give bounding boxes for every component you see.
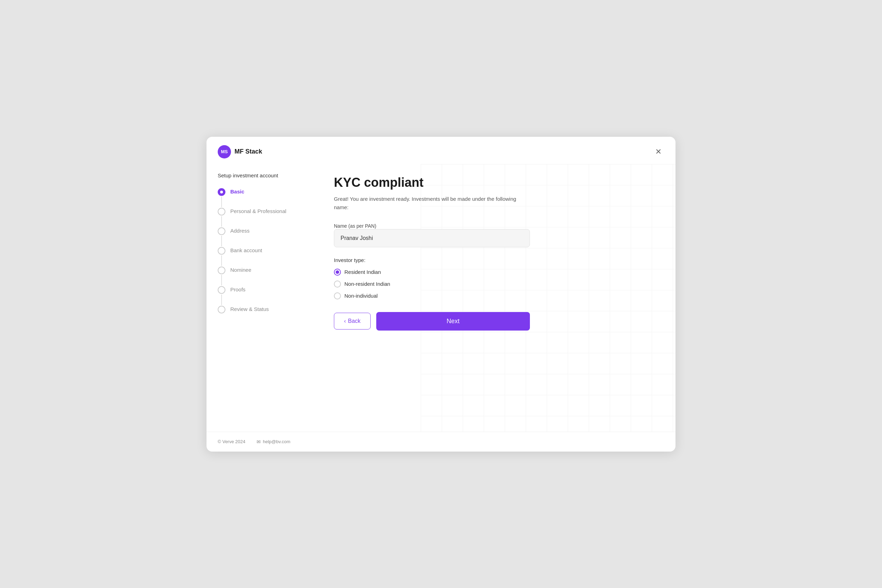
- name-input[interactable]: [334, 229, 530, 247]
- sidebar: Setup investment account Basic: [206, 164, 311, 432]
- investor-type-radio-group: Resident Indian Non-resident Indian Non-…: [334, 268, 530, 299]
- step-label-review: Review & Status: [230, 306, 269, 312]
- close-button[interactable]: ✕: [652, 147, 664, 157]
- radio-label-nri: Non-resident Indian: [344, 281, 390, 287]
- app-title: MF Stack: [234, 148, 262, 155]
- name-field-label: Name (as per PAN): [334, 223, 376, 229]
- step-item-basic[interactable]: Basic: [218, 188, 300, 208]
- step-line-proofs: [221, 294, 222, 305]
- step-item-personal[interactable]: Personal & Professional: [218, 208, 300, 227]
- radio-label-non-individual: Non-individual: [344, 293, 378, 299]
- radio-dot-non-individual: [334, 292, 341, 299]
- step-label-personal: Personal & Professional: [230, 208, 286, 214]
- step-connector-bank: [218, 247, 225, 267]
- step-connector-address: [218, 227, 225, 247]
- radio-label-resident: Resident Indian: [344, 269, 381, 275]
- logo-area: MS MF Stack: [218, 145, 262, 159]
- step-connector-nominee: [218, 267, 225, 286]
- step-dot-address: [218, 227, 225, 235]
- back-chevron-icon: ‹: [344, 318, 346, 324]
- step-item-proofs[interactable]: Proofs: [218, 286, 300, 306]
- page-subtitle: Great! You are investment ready. Investm…: [334, 195, 530, 212]
- next-button[interactable]: Next: [376, 312, 530, 330]
- step-connector-review: [218, 306, 225, 314]
- step-dot-proofs: [218, 286, 225, 294]
- step-dot-bank: [218, 247, 225, 255]
- radio-dot-nri: [334, 280, 341, 288]
- step-label-proofs: Proofs: [230, 286, 245, 292]
- step-connector-basic: [218, 188, 225, 208]
- radio-dot-resident: [334, 268, 341, 276]
- step-label-nominee: Nominee: [230, 267, 251, 273]
- step-label-address: Address: [230, 227, 249, 234]
- step-line-bank: [221, 255, 222, 266]
- step-item-review[interactable]: Review & Status: [218, 306, 300, 314]
- step-item-bank[interactable]: Bank account: [218, 247, 300, 267]
- sidebar-title: Setup investment account: [218, 172, 300, 178]
- step-dot-personal: [218, 208, 225, 216]
- step-connector-proofs: [218, 286, 225, 306]
- radio-non-individual[interactable]: Non-individual: [334, 292, 530, 299]
- step-item-nominee[interactable]: Nominee: [218, 267, 300, 286]
- back-label: Back: [348, 318, 361, 324]
- step-line-address: [221, 236, 222, 246]
- modal-header: MS MF Stack ✕: [206, 137, 676, 164]
- step-item-address[interactable]: Address: [218, 227, 300, 247]
- radio-resident-indian[interactable]: Resident Indian: [334, 268, 530, 276]
- step-dot-nominee: [218, 267, 225, 274]
- main-content: KYC compliant Great! You are investment …: [311, 164, 676, 432]
- step-line-basic: [221, 196, 222, 207]
- modal-container: MS MF Stack ✕ Setup investment account B…: [206, 137, 676, 452]
- step-line-personal: [221, 216, 222, 226]
- modal-footer: © Verve 2024 ✉ help@bv.com: [206, 432, 676, 452]
- step-label-bank: Bank account: [230, 247, 262, 253]
- page-title: KYC compliant: [334, 175, 530, 190]
- footer-email-text: help@bv.com: [263, 439, 290, 444]
- step-line-nominee: [221, 275, 222, 285]
- back-button[interactable]: ‹ Back: [334, 313, 371, 330]
- step-dot-review: [218, 306, 225, 314]
- investor-type-label: Investor type:: [334, 257, 530, 263]
- step-connector-personal: [218, 208, 225, 227]
- button-row: ‹ Back Next: [334, 312, 530, 330]
- steps-list: Basic Personal & Professional: [218, 188, 300, 314]
- footer-email-area: ✉ help@bv.com: [257, 439, 290, 445]
- modal-body: Setup investment account Basic: [206, 164, 676, 432]
- email-icon: ✉: [257, 439, 261, 445]
- content-inner: KYC compliant Great! You are investment …: [334, 175, 530, 330]
- radio-nri[interactable]: Non-resident Indian: [334, 280, 530, 288]
- footer-copyright: © Verve 2024: [218, 439, 245, 444]
- avatar: MS: [218, 145, 231, 159]
- step-label-basic: Basic: [230, 188, 244, 195]
- step-dot-basic: [218, 188, 225, 196]
